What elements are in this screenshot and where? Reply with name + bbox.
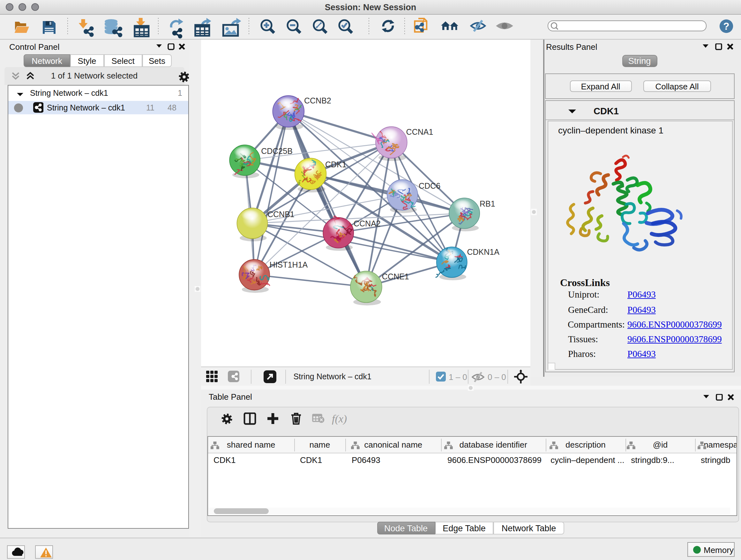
- svg-text:CDC6: CDC6: [418, 181, 440, 190]
- svg-text:CCNA2: CCNA2: [353, 219, 381, 228]
- svg-text:CDKN1A: CDKN1A: [467, 247, 499, 256]
- svg-text:CDC25B: CDC25B: [261, 146, 292, 155]
- svg-text:CDK1: CDK1: [325, 160, 346, 169]
- svg-text:CCNB1: CCNB1: [267, 210, 294, 219]
- svg-text:CCNA1: CCNA1: [406, 127, 433, 136]
- svg-text:HIST1H1A: HIST1H1A: [269, 260, 308, 269]
- svg-text:RB1: RB1: [479, 199, 495, 208]
- svg-text:?: ?: [724, 21, 730, 32]
- svg-text:CCNB2: CCNB2: [304, 96, 331, 105]
- svg-text:CCNE1: CCNE1: [382, 272, 409, 281]
- svg-text:f(x): f(x): [332, 413, 347, 425]
